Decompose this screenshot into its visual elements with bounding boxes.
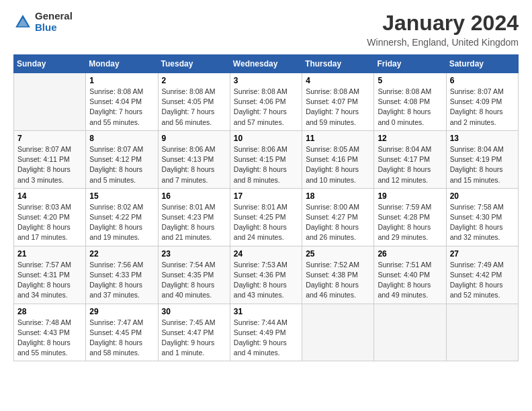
day-number: 3 (234, 76, 298, 85)
day-number: 22 (89, 249, 154, 259)
weekday-sunday: Sunday (14, 55, 86, 73)
day-number: 15 (89, 191, 154, 201)
day-info: Sunrise: 8:04 AM Sunset: 4:19 PM Dayligh… (450, 144, 515, 185)
week-row-1: 1Sunrise: 8:08 AM Sunset: 4:04 PM Daylig… (14, 73, 519, 131)
calendar-cell: 31Sunrise: 7:44 AM Sunset: 4:49 PM Dayli… (230, 304, 302, 361)
day-number: 14 (17, 191, 82, 201)
calendar-cell: 18Sunrise: 8:00 AM Sunset: 4:27 PM Dayli… (302, 188, 374, 246)
calendar-cell: 16Sunrise: 8:01 AM Sunset: 4:23 PM Dayli… (158, 188, 230, 246)
day-info: Sunrise: 8:01 AM Sunset: 4:23 PM Dayligh… (162, 202, 226, 243)
day-info: Sunrise: 8:03 AM Sunset: 4:20 PM Dayligh… (17, 202, 82, 243)
calendar-cell (14, 73, 86, 131)
calendar-subtitle: Winnersh, England, United Kingdom (367, 37, 519, 48)
week-row-4: 21Sunrise: 7:57 AM Sunset: 4:31 PM Dayli… (14, 246, 519, 304)
day-number: 18 (306, 191, 370, 201)
day-info: Sunrise: 8:02 AM Sunset: 4:22 PM Dayligh… (89, 202, 154, 243)
week-row-3: 14Sunrise: 8:03 AM Sunset: 4:20 PM Dayli… (14, 188, 519, 246)
weekday-friday: Friday (374, 55, 446, 73)
day-number: 13 (450, 134, 515, 143)
day-info: Sunrise: 8:07 AM Sunset: 4:11 PM Dayligh… (17, 144, 82, 185)
day-number: 12 (378, 134, 442, 143)
day-info: Sunrise: 7:56 AM Sunset: 4:33 PM Dayligh… (89, 260, 154, 301)
calendar-cell: 6Sunrise: 8:07 AM Sunset: 4:09 PM Daylig… (446, 73, 518, 131)
calendar-cell: 25Sunrise: 7:52 AM Sunset: 4:38 PM Dayli… (302, 246, 374, 304)
day-number: 30 (162, 307, 226, 316)
day-number: 24 (234, 249, 298, 259)
day-number: 21 (17, 249, 82, 259)
day-info: Sunrise: 8:08 AM Sunset: 4:08 PM Dayligh… (378, 87, 442, 128)
calendar-cell: 29Sunrise: 7:47 AM Sunset: 4:45 PM Dayli… (86, 304, 158, 361)
weekday-wednesday: Wednesday (230, 55, 302, 73)
calendar-table: SundayMondayTuesdayWednesdayThursdayFrid… (13, 54, 519, 361)
calendar-cell: 14Sunrise: 8:03 AM Sunset: 4:20 PM Dayli… (14, 188, 86, 246)
logo-icon (13, 13, 32, 32)
week-row-2: 7Sunrise: 8:07 AM Sunset: 4:11 PM Daylig… (14, 130, 519, 188)
calendar-cell: 17Sunrise: 8:01 AM Sunset: 4:25 PM Dayli… (230, 188, 302, 246)
calendar-cell: 23Sunrise: 7:54 AM Sunset: 4:35 PM Dayli… (158, 246, 230, 304)
day-number: 11 (306, 134, 370, 143)
day-info: Sunrise: 7:44 AM Sunset: 4:49 PM Dayligh… (234, 318, 298, 359)
day-number: 2 (162, 76, 226, 85)
day-number: 8 (89, 134, 154, 143)
calendar-cell: 3Sunrise: 8:08 AM Sunset: 4:06 PM Daylig… (230, 73, 302, 131)
calendar-cell: 15Sunrise: 8:02 AM Sunset: 4:22 PM Dayli… (86, 188, 158, 246)
day-info: Sunrise: 8:01 AM Sunset: 4:25 PM Dayligh… (234, 202, 298, 243)
weekday-monday: Monday (86, 55, 158, 73)
calendar-cell: 1Sunrise: 8:08 AM Sunset: 4:04 PM Daylig… (86, 73, 158, 131)
calendar-cell: 11Sunrise: 8:05 AM Sunset: 4:16 PM Dayli… (302, 130, 374, 188)
calendar-cell: 21Sunrise: 7:57 AM Sunset: 4:31 PM Dayli… (14, 246, 86, 304)
calendar-cell: 19Sunrise: 7:59 AM Sunset: 4:28 PM Dayli… (374, 188, 446, 246)
day-number: 9 (162, 134, 226, 143)
logo-blue-text: Blue (35, 22, 73, 34)
calendar-cell (446, 304, 518, 361)
day-info: Sunrise: 8:00 AM Sunset: 4:27 PM Dayligh… (306, 202, 370, 243)
weekday-thursday: Thursday (302, 55, 374, 73)
weekday-tuesday: Tuesday (158, 55, 230, 73)
calendar-cell: 26Sunrise: 7:51 AM Sunset: 4:40 PM Dayli… (374, 246, 446, 304)
logo-general-text: General (35, 11, 73, 22)
title-area: January 2024 Winnersh, England, United K… (367, 11, 519, 48)
day-number: 26 (378, 249, 442, 259)
day-info: Sunrise: 7:49 AM Sunset: 4:42 PM Dayligh… (450, 260, 515, 301)
day-info: Sunrise: 8:04 AM Sunset: 4:17 PM Dayligh… (378, 144, 442, 185)
day-info: Sunrise: 7:52 AM Sunset: 4:38 PM Dayligh… (306, 260, 370, 301)
calendar-cell: 12Sunrise: 8:04 AM Sunset: 4:17 PM Dayli… (374, 130, 446, 188)
calendar-cell: 9Sunrise: 8:06 AM Sunset: 4:13 PM Daylig… (158, 130, 230, 188)
day-number: 4 (306, 76, 370, 85)
day-info: Sunrise: 8:08 AM Sunset: 4:05 PM Dayligh… (162, 87, 226, 128)
calendar-cell: 30Sunrise: 7:45 AM Sunset: 4:47 PM Dayli… (158, 304, 230, 361)
weekday-saturday: Saturday (446, 55, 518, 73)
calendar-cell: 2Sunrise: 8:08 AM Sunset: 4:05 PM Daylig… (158, 73, 230, 131)
day-number: 29 (89, 307, 154, 316)
day-info: Sunrise: 8:06 AM Sunset: 4:13 PM Dayligh… (162, 144, 226, 185)
day-number: 31 (234, 307, 298, 316)
calendar-cell: 28Sunrise: 7:48 AM Sunset: 4:43 PM Dayli… (14, 304, 86, 361)
calendar-body: 1Sunrise: 8:08 AM Sunset: 4:04 PM Daylig… (14, 73, 519, 361)
day-number: 5 (378, 76, 442, 85)
calendar-cell: 8Sunrise: 8:07 AM Sunset: 4:12 PM Daylig… (86, 130, 158, 188)
day-number: 28 (17, 307, 82, 316)
day-number: 7 (17, 134, 82, 143)
calendar-cell: 13Sunrise: 8:04 AM Sunset: 4:19 PM Dayli… (446, 130, 518, 188)
day-info: Sunrise: 7:51 AM Sunset: 4:40 PM Dayligh… (378, 260, 442, 301)
day-number: 10 (234, 134, 298, 143)
day-info: Sunrise: 7:54 AM Sunset: 4:35 PM Dayligh… (162, 260, 226, 301)
day-number: 1 (89, 76, 154, 85)
day-info: Sunrise: 8:05 AM Sunset: 4:16 PM Dayligh… (306, 144, 370, 185)
calendar-cell: 5Sunrise: 8:08 AM Sunset: 4:08 PM Daylig… (374, 73, 446, 131)
day-info: Sunrise: 7:45 AM Sunset: 4:47 PM Dayligh… (162, 318, 226, 359)
day-info: Sunrise: 7:47 AM Sunset: 4:45 PM Dayligh… (89, 318, 154, 359)
calendar-cell (374, 304, 446, 361)
logo: General Blue (13, 11, 73, 33)
calendar-cell: 10Sunrise: 8:06 AM Sunset: 4:15 PM Dayli… (230, 130, 302, 188)
calendar-cell (302, 304, 374, 361)
day-info: Sunrise: 8:06 AM Sunset: 4:15 PM Dayligh… (234, 144, 298, 185)
day-info: Sunrise: 8:08 AM Sunset: 4:04 PM Dayligh… (89, 87, 154, 128)
day-info: Sunrise: 8:08 AM Sunset: 4:07 PM Dayligh… (306, 87, 370, 128)
calendar-cell: 4Sunrise: 8:08 AM Sunset: 4:07 PM Daylig… (302, 73, 374, 131)
calendar-title: January 2024 (367, 11, 519, 36)
weekday-header-row: SundayMondayTuesdayWednesdayThursdayFrid… (14, 55, 519, 73)
day-number: 27 (450, 249, 515, 259)
calendar-cell: 24Sunrise: 7:53 AM Sunset: 4:36 PM Dayli… (230, 246, 302, 304)
day-info: Sunrise: 7:59 AM Sunset: 4:28 PM Dayligh… (378, 202, 442, 243)
